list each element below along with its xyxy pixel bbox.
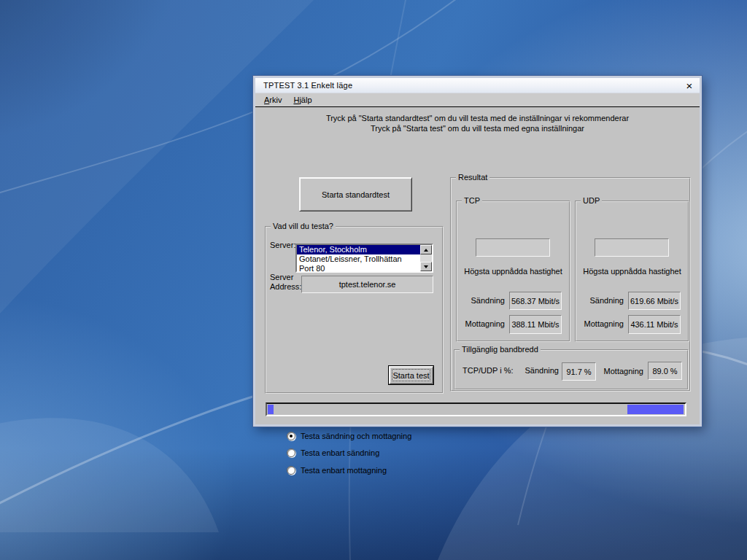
radio-button-icon[interactable] bbox=[287, 432, 295, 440]
bandwidth-send-value: 91.7 % bbox=[566, 368, 591, 376]
radio-send-only[interactable]: Testa enbart sändning bbox=[287, 448, 379, 458]
tcp-recv-value: 388.11 Mbit/s bbox=[511, 320, 559, 329]
tcp-send-value: 568.37 Mbit/s bbox=[511, 297, 560, 306]
scroll-down-button[interactable] bbox=[420, 262, 432, 271]
radio-receive-only[interactable]: Testa enbart mottagning bbox=[287, 465, 387, 475]
instructions: Tryck på "Starta standardtest" om du vil… bbox=[255, 113, 700, 133]
listbox-scrollbar[interactable] bbox=[420, 245, 432, 271]
progress-segment-right bbox=[627, 405, 684, 414]
server-address-field[interactable]: tptest.telenor.se bbox=[301, 276, 433, 293]
server-list-items: Telenor, Stockholm Gotanet/Leissner, Tro… bbox=[297, 245, 420, 271]
test-options-legend: Vad vill du testa? bbox=[271, 222, 336, 230]
progress-segment-left bbox=[268, 405, 274, 414]
tcp-group: TCP Högsta uppnådda hastighet Sändning 5… bbox=[456, 201, 570, 342]
tcp-recv-label: Mottagning bbox=[457, 319, 505, 328]
udp-heading: Högsta uppnådda hastighet bbox=[576, 267, 688, 276]
test-progress-bar bbox=[266, 402, 686, 416]
radio-label: Testa sändning och mottagning bbox=[301, 432, 411, 440]
tcp-send-value-box: 568.37 Mbit/s bbox=[509, 292, 562, 310]
instruction-line-2: Tryck på "Starta test" om du vill testa … bbox=[255, 123, 700, 133]
radio-button-icon[interactable] bbox=[287, 448, 295, 457]
window-title: TPTEST 3.1 Enkelt läge bbox=[263, 81, 684, 90]
results-group: Resultat TCP Högsta uppnådda hastighet S… bbox=[450, 177, 691, 392]
menu-arkiv[interactable]: Arkiv bbox=[258, 94, 287, 106]
udp-send-value: 619.66 Mbit/s bbox=[630, 297, 678, 306]
server-address-value: tptest.telenor.se bbox=[339, 280, 396, 289]
tcp-legend: TCP bbox=[462, 196, 482, 205]
list-item[interactable]: Port 80 bbox=[297, 264, 420, 271]
bandwidth-recv-value-box: 89.0 % bbox=[648, 362, 682, 380]
bandwidth-legend: Tillgänglig bandbredd bbox=[460, 345, 541, 354]
server-label: Server: bbox=[270, 241, 295, 249]
radio-button-icon[interactable] bbox=[287, 466, 295, 475]
udp-send-value-box: 619.66 Mbit/s bbox=[628, 292, 681, 310]
tcp-recv-value-box: 388.11 Mbit/s bbox=[509, 315, 562, 334]
scroll-up-button[interactable] bbox=[420, 245, 432, 254]
arrow-down-icon bbox=[424, 265, 428, 268]
udp-recv-value-box: 436.11 Mbit/s bbox=[628, 315, 681, 334]
list-item[interactable]: Gotanet/Leissner, Trollhättan bbox=[297, 254, 420, 264]
radio-label: Testa enbart mottagning bbox=[301, 466, 387, 475]
start-standard-test-button[interactable]: Starta standardtest bbox=[299, 177, 412, 211]
instruction-line-1: Tryck på "Starta standardtest" om du vil… bbox=[255, 113, 700, 123]
bandwidth-ratio-label: TCP/UDP i %: bbox=[462, 366, 515, 375]
server-address-label: Server Address: bbox=[270, 273, 301, 292]
bandwidth-send-value-box: 91.7 % bbox=[562, 362, 596, 381]
close-icon[interactable]: × bbox=[684, 79, 695, 91]
menu-hjalp[interactable]: Hjälp bbox=[287, 94, 317, 106]
tcp-heading: Högsta uppnådda hastighet bbox=[457, 267, 569, 276]
start-standard-test-label: Starta standardtest bbox=[322, 190, 390, 199]
bandwidth-recv-label: Mottagning bbox=[598, 367, 643, 376]
tcp-send-label: Sändning bbox=[457, 296, 505, 305]
list-item[interactable]: Telenor, Stockholm bbox=[297, 245, 420, 254]
bandwidth-recv-value: 89.0 % bbox=[652, 367, 677, 376]
bandwidth-group: Tillgänglig bandbredd TCP/UDP i %: Sändn… bbox=[454, 349, 689, 390]
server-listbox[interactable]: Telenor, Stockholm Gotanet/Leissner, Tro… bbox=[295, 244, 433, 273]
udp-group: UDP Högsta uppnådda hastighet Sändning 6… bbox=[575, 201, 689, 342]
udp-send-label: Sändning bbox=[576, 296, 624, 305]
dialog-content: Tryck på "Starta standardtest" om du vil… bbox=[255, 107, 700, 424]
tcp-progress-box bbox=[476, 238, 550, 257]
menu-bar: Arkiv Hjälp bbox=[255, 93, 700, 107]
arrow-up-icon bbox=[424, 249, 428, 252]
radio-send-and-receive[interactable]: Testa sändning och mottagning bbox=[287, 431, 411, 441]
udp-legend: UDP bbox=[581, 196, 602, 205]
title-bar[interactable]: TPTEST 3.1 Enkelt läge × bbox=[255, 78, 700, 93]
results-legend: Resultat bbox=[456, 173, 489, 182]
radio-label: Testa enbart sändning bbox=[301, 448, 379, 457]
start-test-button[interactable]: Starta test bbox=[388, 365, 434, 385]
udp-recv-value: 436.11 Mbit/s bbox=[630, 320, 678, 329]
bandwidth-send-label: Sändning bbox=[518, 366, 559, 375]
tptest-window: TPTEST 3.1 Enkelt läge × Arkiv Hjälp Try… bbox=[253, 76, 702, 427]
start-test-label: Starta test bbox=[392, 371, 429, 380]
udp-recv-label: Mottagning bbox=[576, 319, 624, 328]
udp-progress-box bbox=[595, 238, 669, 257]
test-options-group: Vad vill du testa? Server: Telenor, Stoc… bbox=[265, 226, 444, 394]
